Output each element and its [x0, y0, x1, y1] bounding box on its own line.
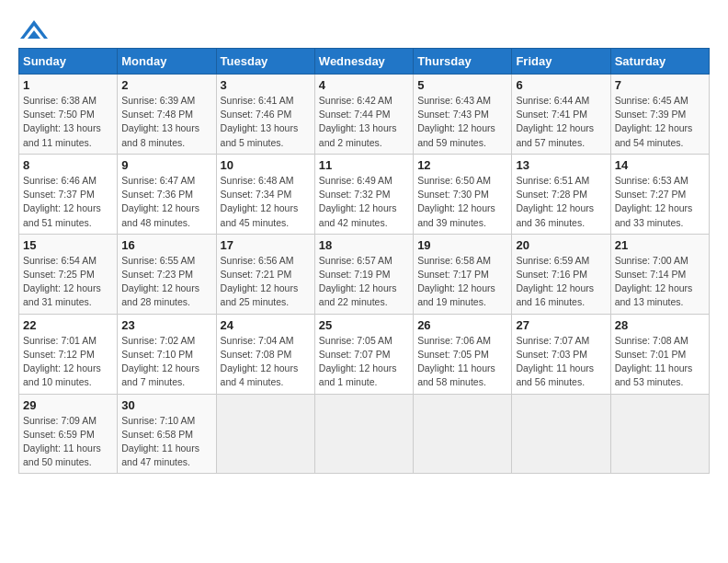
daylight-text: Daylight: 12 hours and 39 minutes. — [417, 202, 495, 227]
day-info: Sunrise: 6:55 AM Sunset: 7:23 PM Dayligh… — [121, 254, 211, 310]
daylight-text: Daylight: 11 hours and 56 minutes. — [516, 362, 594, 387]
day-info: Sunrise: 7:07 AM Sunset: 7:03 PM Dayligh… — [516, 334, 606, 390]
sunset-text: Sunset: 7:08 PM — [221, 349, 292, 360]
sunset-text: Sunset: 7:21 PM — [221, 269, 292, 280]
sunset-text: Sunset: 7:30 PM — [417, 189, 489, 200]
sunset-text: Sunset: 7:10 PM — [121, 349, 193, 360]
daylight-text: Daylight: 12 hours and 22 minutes. — [319, 282, 397, 307]
sunrise-text: Sunrise: 7:10 AM — [121, 415, 195, 426]
calendar-cell: 21 Sunrise: 7:00 AM Sunset: 7:14 PM Dayl… — [610, 234, 709, 314]
sunset-text: Sunset: 7:46 PM — [221, 109, 292, 120]
sunset-text: Sunset: 7:39 PM — [615, 109, 687, 120]
daylight-text: Daylight: 12 hours and 4 minutes. — [221, 362, 299, 387]
day-info: Sunrise: 7:01 AM Sunset: 7:12 PM Dayligh… — [23, 334, 113, 390]
sunset-text: Sunset: 7:17 PM — [417, 269, 489, 280]
day-number: 24 — [221, 318, 311, 332]
day-number: 20 — [516, 238, 606, 252]
sunrise-text: Sunrise: 6:39 AM — [121, 95, 195, 106]
day-number: 10 — [221, 158, 311, 172]
daylight-text: Daylight: 13 hours and 11 minutes. — [23, 122, 101, 147]
daylight-text: Daylight: 12 hours and 28 minutes. — [121, 282, 199, 307]
day-info: Sunrise: 7:00 AM Sunset: 7:14 PM Dayligh… — [615, 254, 705, 310]
sunrise-text: Sunrise: 6:58 AM — [417, 255, 491, 266]
sunrise-text: Sunrise: 6:44 AM — [516, 95, 589, 106]
sunset-text: Sunset: 7:23 PM — [121, 269, 193, 280]
day-info: Sunrise: 7:05 AM Sunset: 7:07 PM Dayligh… — [319, 334, 409, 390]
sunset-text: Sunset: 6:59 PM — [23, 429, 95, 440]
day-of-week-header: Saturday — [610, 49, 709, 75]
calendar-cell: 11 Sunrise: 6:49 AM Sunset: 7:32 PM Dayl… — [314, 154, 413, 234]
sunset-text: Sunset: 7:34 PM — [221, 189, 292, 200]
sunset-text: Sunset: 7:14 PM — [615, 269, 687, 280]
day-number: 17 — [221, 238, 311, 252]
day-info: Sunrise: 7:02 AM Sunset: 7:10 PM Dayligh… — [121, 334, 211, 390]
calendar-cell: 7 Sunrise: 6:45 AM Sunset: 7:39 PM Dayli… — [610, 75, 709, 155]
calendar-cell: 15 Sunrise: 6:54 AM Sunset: 7:25 PM Dayl… — [19, 234, 118, 314]
day-number: 15 — [23, 238, 113, 252]
day-number: 16 — [121, 238, 211, 252]
sunrise-text: Sunrise: 6:48 AM — [221, 175, 294, 186]
sunrise-text: Sunrise: 6:43 AM — [417, 95, 491, 106]
sunrise-text: Sunrise: 6:50 AM — [417, 175, 491, 186]
calendar-week-row: 29 Sunrise: 7:09 AM Sunset: 6:59 PM Dayl… — [19, 394, 710, 474]
day-number: 12 — [417, 158, 507, 172]
daylight-text: Daylight: 12 hours and 57 minutes. — [516, 122, 594, 147]
day-info: Sunrise: 6:38 AM Sunset: 7:50 PM Dayligh… — [23, 94, 113, 150]
daylight-text: Daylight: 12 hours and 51 minutes. — [23, 202, 101, 227]
day-of-week-header: Sunday — [19, 49, 118, 75]
sunrise-text: Sunrise: 6:55 AM — [121, 255, 195, 266]
calendar-cell — [314, 394, 413, 474]
sunrise-text: Sunrise: 7:06 AM — [417, 335, 491, 346]
sunset-text: Sunset: 7:19 PM — [319, 269, 391, 280]
calendar-week-row: 22 Sunrise: 7:01 AM Sunset: 7:12 PM Dayl… — [19, 314, 710, 394]
sunset-text: Sunset: 7:43 PM — [417, 109, 489, 120]
calendar-cell: 2 Sunrise: 6:39 AM Sunset: 7:48 PM Dayli… — [118, 75, 216, 155]
sunset-text: Sunset: 7:32 PM — [319, 189, 391, 200]
day-of-week-header: Friday — [512, 49, 610, 75]
daylight-text: Daylight: 12 hours and 16 minutes. — [516, 282, 594, 307]
daylight-text: Daylight: 11 hours and 58 minutes. — [417, 362, 495, 387]
calendar-cell: 23 Sunrise: 7:02 AM Sunset: 7:10 PM Dayl… — [118, 314, 216, 394]
sunrise-text: Sunrise: 6:49 AM — [319, 175, 392, 186]
day-info: Sunrise: 6:56 AM Sunset: 7:21 PM Dayligh… — [221, 254, 311, 310]
sunrise-text: Sunrise: 6:41 AM — [221, 95, 294, 106]
sunset-text: Sunset: 7:05 PM — [417, 349, 489, 360]
day-info: Sunrise: 6:44 AM Sunset: 7:41 PM Dayligh… — [516, 94, 606, 150]
daylight-text: Daylight: 12 hours and 25 minutes. — [221, 282, 299, 307]
sunset-text: Sunset: 7:01 PM — [615, 349, 687, 360]
day-info: Sunrise: 6:43 AM Sunset: 7:43 PM Dayligh… — [417, 94, 507, 150]
day-number: 19 — [417, 238, 507, 252]
calendar-cell: 13 Sunrise: 6:51 AM Sunset: 7:28 PM Dayl… — [512, 154, 610, 234]
calendar-week-row: 8 Sunrise: 6:46 AM Sunset: 7:37 PM Dayli… — [19, 154, 710, 234]
day-info: Sunrise: 6:45 AM Sunset: 7:39 PM Dayligh… — [615, 94, 705, 150]
day-number: 3 — [221, 78, 311, 92]
day-number: 25 — [319, 318, 409, 332]
sunset-text: Sunset: 7:37 PM — [23, 189, 95, 200]
sunrise-text: Sunrise: 6:57 AM — [319, 255, 392, 266]
sunrise-text: Sunrise: 6:42 AM — [319, 95, 392, 106]
daylight-text: Daylight: 13 hours and 2 minutes. — [319, 122, 397, 147]
sunrise-text: Sunrise: 7:05 AM — [319, 335, 392, 346]
day-info: Sunrise: 7:04 AM Sunset: 7:08 PM Dayligh… — [221, 334, 311, 390]
day-number: 23 — [121, 318, 211, 332]
day-number: 13 — [516, 158, 606, 172]
daylight-text: Daylight: 13 hours and 8 minutes. — [121, 122, 199, 147]
day-number: 18 — [319, 238, 409, 252]
daylight-text: Daylight: 13 hours and 5 minutes. — [221, 122, 299, 147]
sunset-text: Sunset: 7:36 PM — [121, 189, 193, 200]
day-info: Sunrise: 7:09 AM Sunset: 6:59 PM Dayligh… — [23, 414, 113, 470]
calendar-cell: 3 Sunrise: 6:41 AM Sunset: 7:46 PM Dayli… — [216, 75, 314, 155]
calendar-cell: 18 Sunrise: 6:57 AM Sunset: 7:19 PM Dayl… — [314, 234, 413, 314]
daylight-text: Daylight: 12 hours and 10 minutes. — [23, 362, 101, 387]
day-number: 11 — [319, 158, 409, 172]
calendar-cell: 30 Sunrise: 7:10 AM Sunset: 6:58 PM Dayl… — [118, 394, 216, 474]
sunrise-text: Sunrise: 6:53 AM — [615, 175, 688, 186]
calendar-week-row: 15 Sunrise: 6:54 AM Sunset: 7:25 PM Dayl… — [19, 234, 710, 314]
day-info: Sunrise: 7:08 AM Sunset: 7:01 PM Dayligh… — [615, 334, 705, 390]
day-info: Sunrise: 6:51 AM Sunset: 7:28 PM Dayligh… — [516, 174, 606, 230]
day-of-week-header: Thursday — [414, 49, 512, 75]
day-number: 7 — [615, 78, 705, 92]
sunset-text: Sunset: 7:50 PM — [23, 109, 95, 120]
daylight-text: Daylight: 12 hours and 19 minutes. — [417, 282, 495, 307]
day-info: Sunrise: 6:39 AM Sunset: 7:48 PM Dayligh… — [121, 94, 211, 150]
